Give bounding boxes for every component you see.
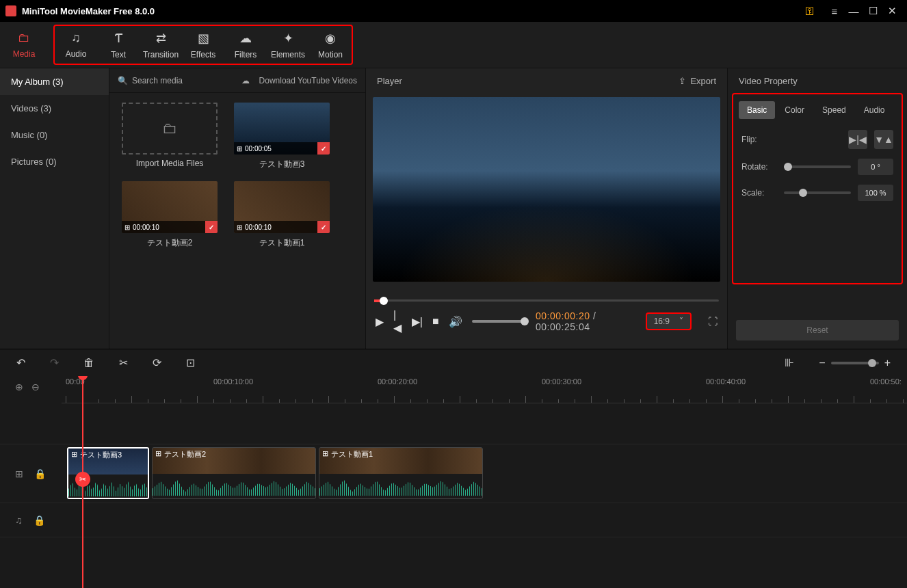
folder-icon: 🗀 (18, 31, 30, 45)
tab-elements[interactable]: ✦Elements (267, 26, 309, 64)
cut-button[interactable]: ✂ (119, 356, 128, 369)
delete-button[interactable]: 🗑 (83, 357, 94, 369)
export-icon: ⇪ (679, 76, 686, 86)
volume-slider[interactable] (472, 320, 526, 323)
tab-audio[interactable]: ♫Audio (55, 26, 97, 64)
video-track-icon: ⊞ (15, 468, 23, 479)
properties-title: Video Property (728, 68, 907, 93)
close-button[interactable]: ✕ (882, 5, 902, 17)
sidebar-item-videos[interactable]: Videos (3) (0, 95, 109, 122)
app-logo (5, 5, 16, 16)
zoom-control: − + (819, 357, 891, 369)
app-title: MiniTool MovieMaker Free 8.0.0 (22, 6, 800, 16)
zoom-in-button[interactable]: + (884, 357, 891, 369)
add-track-button[interactable]: ⊕ (15, 382, 23, 392)
premium-key-icon[interactable]: ⚿ (800, 5, 819, 16)
media-item[interactable]: ⊞00:00:05✓ テスト動画3 (234, 103, 330, 170)
clip-icon: ⊞ (322, 449, 328, 458)
timeline-clip[interactable]: ⊞テスト動画1 (319, 447, 483, 499)
timeline: ⊕ ⊖ 00:00 00:00:10:00 00:00:20:00 00:00:… (0, 376, 907, 588)
time-ruler[interactable]: 00:00 00:00:10:00 00:00:20:00 00:00:30:0… (62, 376, 907, 403)
playhead[interactable]: ✂ (82, 376, 83, 588)
tab-text[interactable]: ƬText (97, 26, 140, 64)
next-frame-button[interactable]: ▶| (412, 315, 423, 328)
media-panel: 🔍Search media ☁ Download YouTube Videos … (109, 68, 365, 349)
redo-button[interactable]: ↷ (50, 356, 59, 369)
play-button[interactable]: ▶ (376, 315, 384, 328)
scale-slider[interactable] (784, 191, 851, 194)
tab-media[interactable]: 🗀Media (3, 22, 45, 68)
media-item[interactable]: ⊞00:00:10✓ テスト動画2 (122, 181, 218, 249)
prop-tab-basic[interactable]: Basic (739, 101, 775, 119)
import-media-button[interactable]: 🗀 Import Media Files (122, 103, 218, 170)
chevron-down-icon: ˅ (679, 317, 683, 326)
tab-filters[interactable]: ☁Filters (224, 26, 267, 64)
overlay-track[interactable] (0, 403, 907, 444)
aspect-ratio-select[interactable]: 16:9˅ (646, 312, 692, 330)
video-preview[interactable] (373, 97, 720, 282)
scale-value[interactable]: 100 % (858, 185, 893, 201)
clip-icon: ⊞ (155, 449, 161, 458)
fullscreen-button[interactable]: ⛶ (708, 316, 718, 327)
speed-button[interactable]: ⟳ (153, 356, 161, 369)
stop-button[interactable]: ■ (432, 315, 439, 328)
reset-button[interactable]: Reset (736, 320, 899, 340)
audio-track-icon: ♫ (15, 515, 23, 526)
crop-button[interactable]: ⊡ (186, 356, 195, 369)
clip-icon: ⊞ (71, 450, 77, 459)
export-button[interactable]: ⇪Export (679, 76, 716, 86)
sidebar-item-music[interactable]: Music (0) (0, 122, 109, 148)
youtube-icon: ☁ (241, 76, 250, 85)
volume-icon[interactable]: 🔊 (449, 315, 462, 328)
flip-horizontal-button[interactable]: ▶|◀ (848, 130, 867, 149)
prop-tab-audio[interactable]: Audio (856, 101, 893, 119)
prop-tab-color[interactable]: Color (776, 101, 813, 119)
player-title: Player (377, 76, 402, 86)
tab-transition[interactable]: ⇄Transition (140, 26, 182, 64)
zoom-slider[interactable] (831, 362, 879, 364)
titlebar: MiniTool MovieMaker Free 8.0.0 ⚿ ≡ — ☐ ✕ (0, 0, 907, 22)
rotate-label: Rotate: (741, 162, 777, 172)
split-button[interactable]: ✂ (75, 472, 90, 487)
menu-icon[interactable]: ≡ (825, 5, 844, 17)
music-icon: ♫ (71, 31, 81, 45)
sidebar-item-pictures[interactable]: Pictures (0) (0, 148, 109, 175)
remove-track-button[interactable]: ⊖ (31, 382, 40, 392)
seek-bar[interactable] (374, 294, 719, 308)
tab-effects[interactable]: ▧Effects (182, 26, 224, 64)
elements-icon: ✦ (283, 31, 293, 46)
timeline-clip[interactable]: ⊞テスト動画2 (152, 447, 316, 499)
text-icon: Ƭ (115, 31, 122, 46)
video-track[interactable]: ⊞🔒 ⊞テスト動画3 ⊞テスト動画2 ⊞テスト動画1 (0, 444, 907, 503)
search-input[interactable]: 🔍Search media (118, 76, 232, 85)
undo-button[interactable]: ↶ (16, 356, 25, 369)
prop-tab-speed[interactable]: Speed (814, 101, 854, 119)
lock-icon[interactable]: 🔒 (34, 468, 46, 479)
check-icon: ✓ (317, 221, 330, 233)
tab-motion[interactable]: ◉Motion (309, 26, 352, 64)
audio-track[interactable]: ♫🔒 (0, 503, 907, 537)
flip-vertical-button[interactable]: ▼▲ (874, 130, 893, 149)
sidebar-item-album[interactable]: My Album (3) (0, 68, 109, 95)
folder-icon: 🗀 (162, 120, 177, 137)
minimize-button[interactable]: — (844, 5, 863, 17)
rotate-value[interactable]: 0 ° (858, 159, 893, 175)
media-sidebar: My Album (3) Videos (3) Music (0) Pictur… (0, 68, 109, 349)
magnet-icon[interactable]: ⊪ (785, 356, 794, 369)
zoom-out-button[interactable]: − (819, 357, 825, 369)
lock-icon[interactable]: 🔒 (34, 515, 45, 526)
properties-panel: Video Property Basic Color Speed Audio F… (728, 68, 907, 349)
check-icon: ✓ (317, 142, 330, 155)
prev-frame-button[interactable]: |◀ (393, 309, 402, 334)
rotate-slider[interactable] (784, 165, 851, 168)
filters-icon: ☁ (239, 31, 252, 46)
maximize-button[interactable]: ☐ (863, 5, 882, 17)
media-item[interactable]: ⊞00:00:10✓ テスト動画1 (234, 181, 330, 249)
highlight-box-toolbar: ♫Audio ƬText ⇄Transition ▧Effects ☁Filte… (53, 25, 353, 65)
effects-icon: ▧ (198, 31, 209, 46)
download-youtube-link[interactable]: Download YouTube Videos (259, 76, 357, 85)
media-toolbar: 🔍Search media ☁ Download YouTube Videos (109, 68, 365, 93)
search-icon: 🔍 (118, 76, 128, 85)
video-icon: ⊞ (237, 224, 242, 231)
timeline-toolbar: ↶ ↷ 🗑 ✂ ⟳ ⊡ ⊪ − + (0, 349, 907, 376)
